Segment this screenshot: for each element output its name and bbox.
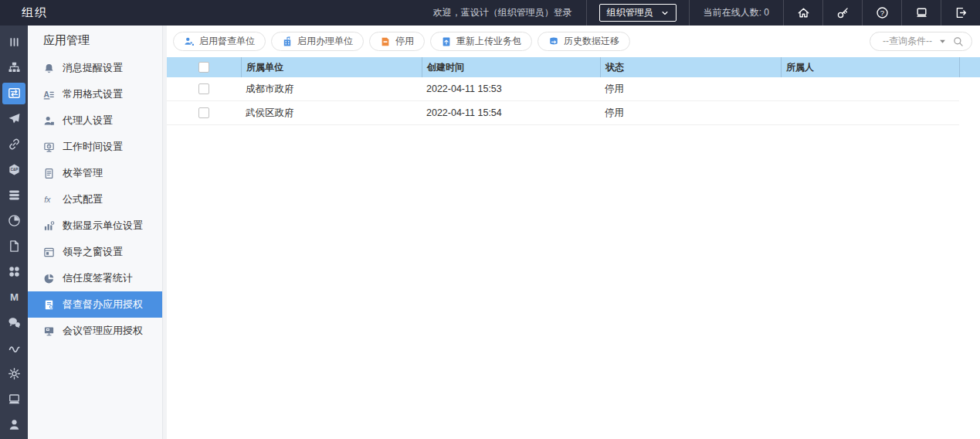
enable-supervise-unit-button[interactable]: 启用督查单位 bbox=[173, 32, 266, 51]
bell-icon bbox=[43, 63, 55, 74]
supervise-doc-icon bbox=[43, 299, 55, 311]
icon-rail: C&PM bbox=[0, 26, 28, 439]
gear-icon bbox=[8, 367, 21, 380]
leader-window-icon bbox=[43, 247, 55, 258]
rail-item[interactable] bbox=[0, 310, 28, 335]
pie-stats-icon bbox=[43, 273, 55, 284]
cell-owner bbox=[781, 101, 959, 125]
rail-item[interactable] bbox=[2, 83, 25, 104]
rail-item[interactable] bbox=[0, 55, 28, 80]
sidebar-items: 消息提醒设置A常用格式设置代理人设置工作时间设置枚举管理fx公式配置数据显示单位… bbox=[28, 55, 162, 344]
role-dropdown-value: 组织管理员 bbox=[607, 6, 653, 19]
cell-unit: 成都市政府 bbox=[241, 77, 422, 101]
rail-item[interactable] bbox=[0, 361, 28, 386]
svg-text:A: A bbox=[44, 90, 50, 98]
table-body: 成都市政府2022-04-11 15:53停用武侯区政府2022-04-11 1… bbox=[167, 77, 980, 125]
header-checkbox-cell bbox=[167, 57, 241, 77]
welcome-text: 欢迎，蓝设计（组织管理员）登录 bbox=[419, 0, 586, 26]
column-header: 创建时间 bbox=[422, 57, 600, 77]
disable-button[interactable]: 停用 bbox=[369, 32, 425, 51]
data-table: 所属单位创建时间状态所属人 成都市政府2022-04-11 15:53停用武侯区… bbox=[167, 57, 980, 125]
column-header: 状态 bbox=[600, 57, 781, 77]
data-unit-icon bbox=[43, 220, 55, 232]
rail-item[interactable] bbox=[0, 259, 28, 284]
toolbar-button-label: 启用办理单位 bbox=[297, 35, 353, 48]
svg-text:M: M bbox=[9, 291, 18, 303]
query-filter-dropdown[interactable]: --查询条件-- bbox=[870, 32, 972, 51]
sidebar-item-label: 代理人设置 bbox=[63, 114, 113, 128]
sidebar-item-label: 信任度签署统计 bbox=[63, 271, 133, 285]
chat-icon bbox=[8, 316, 21, 329]
letter-m-icon: M bbox=[8, 291, 21, 304]
agent-icon bbox=[43, 115, 55, 127]
rail-item[interactable] bbox=[0, 208, 28, 233]
scrollbar-spacer bbox=[959, 77, 980, 101]
rail-item[interactable] bbox=[0, 335, 28, 361]
sidebar-item-label: 会议管理应用授权 bbox=[63, 324, 143, 338]
meeting-monitor-icon bbox=[43, 325, 55, 337]
monitor-icon[interactable] bbox=[901, 0, 941, 26]
sidebar-item-label: 消息提醒设置 bbox=[63, 61, 123, 75]
app-settings-icon bbox=[8, 87, 21, 100]
wave-icon bbox=[8, 342, 21, 355]
role-dropdown[interactable]: 组织管理员 bbox=[599, 4, 677, 22]
home-icon[interactable] bbox=[783, 0, 822, 26]
rail-item[interactable]: M bbox=[0, 284, 28, 310]
history-migration-icon bbox=[548, 36, 559, 47]
top-bar-right: 欢迎，蓝设计（组织管理员）登录 组织管理员 当前在线人数: 0 ? bbox=[419, 0, 980, 26]
sidebar-item[interactable]: 督查督办应用授权 bbox=[28, 291, 162, 318]
toolbar-button-label: 历史数据迁移 bbox=[564, 35, 619, 48]
key-icon[interactable] bbox=[822, 0, 862, 26]
sidebar-item[interactable]: 信任度签署统计 bbox=[28, 265, 162, 291]
history-migration-button[interactable]: 历史数据迁移 bbox=[537, 32, 630, 51]
sidebar-item-label: 领导之窗设置 bbox=[63, 245, 123, 259]
column-header: 所属人 bbox=[781, 57, 959, 77]
enable-handling-unit-button[interactable]: 启用办理单位 bbox=[271, 32, 364, 51]
select-all-checkbox[interactable] bbox=[198, 62, 209, 73]
sidebar-item[interactable]: 枚举管理 bbox=[28, 160, 162, 186]
row-checkbox[interactable] bbox=[198, 107, 209, 118]
sidebar-item[interactable]: fx公式配置 bbox=[28, 186, 162, 213]
org-chart-icon bbox=[8, 61, 21, 74]
sidebar-item[interactable]: 数据显示单位设置 bbox=[28, 213, 162, 239]
enum-doc-icon bbox=[43, 168, 55, 179]
sidebar-item-label: 枚举管理 bbox=[63, 166, 103, 180]
main-content: 启用督查单位启用办理单位停用重新上传业务包历史数据迁移 --查询条件-- 所属单… bbox=[167, 26, 980, 439]
formula-icon: fx bbox=[43, 194, 55, 206]
sidebar-item[interactable]: 会议管理应用授权 bbox=[28, 318, 162, 344]
rail-item[interactable] bbox=[0, 182, 28, 208]
reupload-package-button[interactable]: 重新上传业务包 bbox=[430, 32, 532, 51]
cell-unit: 武侯区政府 bbox=[241, 101, 422, 125]
scrollbar-spacer bbox=[959, 101, 980, 125]
toolbar-button-label: 启用督查单位 bbox=[199, 35, 255, 48]
sidebar-item[interactable]: 消息提醒设置 bbox=[28, 55, 162, 81]
row-checkbox-cell bbox=[167, 77, 241, 101]
rail-item[interactable] bbox=[0, 233, 28, 259]
rail-item[interactable] bbox=[0, 131, 28, 157]
svg-text:?: ? bbox=[880, 9, 883, 17]
link-icon bbox=[8, 138, 21, 151]
sidebar-item[interactable]: A常用格式设置 bbox=[28, 81, 162, 107]
person-icon bbox=[8, 418, 21, 431]
search-icon[interactable] bbox=[953, 36, 964, 47]
row-checkbox[interactable] bbox=[198, 83, 209, 94]
sidebar-item[interactable]: 领导之窗设置 bbox=[28, 239, 162, 265]
rail-item[interactable] bbox=[0, 29, 28, 55]
cell-status: 停用 bbox=[600, 101, 781, 125]
sidebar-item-label: 常用格式设置 bbox=[63, 87, 123, 101]
rail-item[interactable] bbox=[0, 412, 28, 437]
help-icon[interactable]: ? bbox=[862, 0, 901, 26]
toolbar: 启用督查单位启用办理单位停用重新上传业务包历史数据迁移 --查询条件-- bbox=[167, 26, 980, 57]
divider bbox=[586, 0, 587, 26]
logout-icon[interactable] bbox=[941, 0, 980, 26]
file-icon bbox=[8, 240, 21, 253]
cell-created: 2022-04-11 15:54 bbox=[422, 101, 600, 125]
rail-item[interactable] bbox=[0, 386, 28, 412]
sidebar-item[interactable]: 工作时间设置 bbox=[28, 134, 162, 160]
sidebar-item[interactable]: 代理人设置 bbox=[28, 107, 162, 134]
rail-item[interactable] bbox=[0, 106, 28, 131]
rail-item[interactable]: C&P bbox=[0, 157, 28, 182]
svg-text:fx: fx bbox=[44, 195, 51, 204]
sidebar-item-label: 工作时间设置 bbox=[63, 140, 123, 154]
text-format-icon: A bbox=[43, 89, 55, 100]
